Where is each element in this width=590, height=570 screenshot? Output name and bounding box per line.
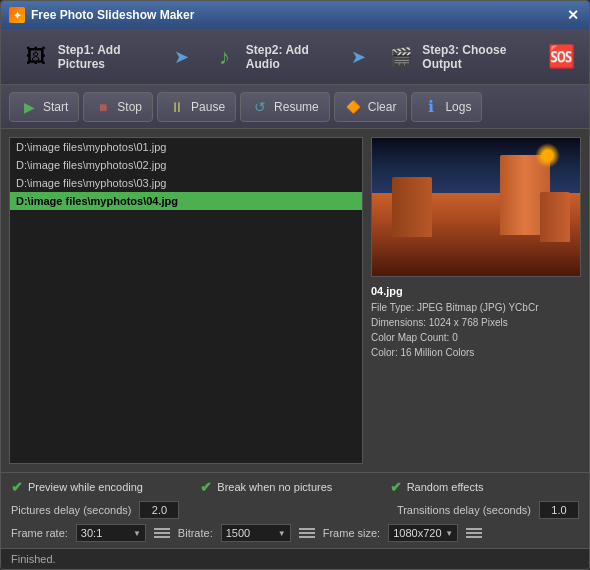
help-icon	[548, 44, 575, 70]
toolbar: Start Stop Pause Resume Clear Logs	[1, 85, 589, 129]
play-icon	[20, 98, 38, 116]
check-mark-2: ✔	[200, 479, 212, 495]
audio-icon	[219, 44, 230, 70]
bitrate-label: Bitrate:	[178, 527, 213, 539]
image-colormap: Color Map Count: 0	[371, 330, 581, 345]
frame-rate-label: Frame rate:	[11, 527, 68, 539]
logs-button[interactable]: Logs	[411, 92, 482, 122]
app-icon: ✦	[9, 7, 25, 23]
file-item[interactable]: D:\image files\myphotos\03.jpg	[10, 174, 362, 192]
mesa2	[540, 192, 570, 242]
start-label: Start	[43, 100, 68, 114]
pictures-delay-label: Pictures delay (seconds)	[11, 504, 131, 516]
status-text: Finished.	[11, 553, 56, 565]
step3-icon	[386, 39, 417, 75]
mesa3	[392, 177, 432, 237]
image-color: Color: 16 Million Colors	[371, 345, 581, 360]
image-filename: 04.jpg	[371, 283, 581, 300]
image-filetype: File Type: JPEG Bitmap (JPG) YCbCr	[371, 300, 581, 315]
frame-size-value: 1080x720	[393, 527, 441, 539]
clear-button[interactable]: Clear	[334, 92, 408, 122]
status-bar: Finished.	[1, 548, 589, 569]
pictures-delay-input[interactable]	[139, 501, 179, 519]
step-arrow-2: ➤	[351, 46, 366, 68]
random-effects-label: Random effects	[407, 481, 484, 493]
transitions-delay-input[interactable]	[539, 501, 579, 519]
resume-icon	[251, 98, 269, 116]
file-list[interactable]: D:\image files\myphotos\01.jpg D:\image …	[9, 137, 363, 464]
main-window: ✦ Free Photo Slideshow Maker ✕ Step1: Ad…	[0, 0, 590, 570]
output-icon	[390, 46, 412, 68]
frame-size-menu-icon[interactable]	[466, 528, 482, 538]
bitrate-value: 1500	[226, 527, 250, 539]
preview-encoding-label: Preview while encoding	[28, 481, 143, 493]
clear-icon	[345, 98, 363, 116]
image-dimensions: Dimensions: 1024 x 768 Pixels	[371, 315, 581, 330]
start-button[interactable]: Start	[9, 92, 79, 122]
frame-size-label: Frame size:	[323, 527, 380, 539]
file-item[interactable]: D:\image files\myphotos\02.jpg	[10, 156, 362, 174]
step-1[interactable]: Step1: Add Pictures	[13, 35, 162, 79]
stop-label: Stop	[117, 100, 142, 114]
step-2[interactable]: Step2: Add Audio	[201, 35, 338, 79]
random-effects-check[interactable]: ✔ Random effects	[390, 479, 579, 495]
frame-rate-menu-icon[interactable]	[154, 528, 170, 538]
steps-bar: Step1: Add Pictures ➤ Step2: Add Audio ➤…	[1, 29, 589, 85]
step1-label: Step1: Add Pictures	[58, 43, 155, 71]
file-item-selected[interactable]: D:\image files\myphotos\04.jpg	[10, 192, 362, 210]
step-arrow-1: ➤	[174, 46, 189, 68]
main-content: D:\image files\myphotos\01.jpg D:\image …	[1, 129, 589, 472]
step1-icon	[21, 39, 52, 75]
dropdown-arrow-3: ▼	[445, 529, 453, 538]
dropdown-arrow-1: ▼	[133, 529, 141, 538]
help-button[interactable]	[546, 39, 577, 75]
frame-size-dropdown[interactable]: 1080x720 ▼	[388, 524, 458, 542]
resume-button[interactable]: Resume	[240, 92, 330, 122]
step-3[interactable]: Step3: Choose Output	[378, 35, 538, 79]
break-no-pictures-check[interactable]: ✔ Break when no pictures	[200, 479, 389, 495]
transitions-delay-label: Transitions delay (seconds)	[397, 504, 531, 516]
bottom-options: ✔ Preview while encoding ✔ Break when no…	[1, 472, 589, 548]
bitrate-menu-icon[interactable]	[299, 528, 315, 538]
pause-icon	[168, 98, 186, 116]
frame-rate-value: 30:1	[81, 527, 102, 539]
pictures-icon	[26, 45, 46, 68]
settings-row-2: Frame rate: 30:1 ▼ Bitrate: 1500 ▼ Frame…	[11, 524, 579, 542]
stop-icon	[94, 98, 112, 116]
window-title: Free Photo Slideshow Maker	[31, 8, 194, 22]
preview-image	[371, 137, 581, 277]
close-button[interactable]: ✕	[565, 7, 581, 23]
check-mark-3: ✔	[390, 479, 402, 495]
checkboxes-row: ✔ Preview while encoding ✔ Break when no…	[11, 479, 579, 495]
info-icon	[422, 98, 440, 116]
step3-label: Step3: Choose Output	[422, 43, 530, 71]
sun-glow	[535, 143, 560, 168]
dropdown-arrow-2: ▼	[278, 529, 286, 538]
pause-button[interactable]: Pause	[157, 92, 236, 122]
step2-icon	[209, 39, 240, 75]
break-no-pictures-label: Break when no pictures	[217, 481, 332, 493]
image-info: 04.jpg File Type: JPEG Bitmap (JPG) YCbC…	[371, 283, 581, 360]
preview-encoding-check[interactable]: ✔ Preview while encoding	[11, 479, 200, 495]
check-mark-1: ✔	[11, 479, 23, 495]
title-bar: ✦ Free Photo Slideshow Maker ✕	[1, 1, 589, 29]
preview-panel: 04.jpg File Type: JPEG Bitmap (JPG) YCbC…	[371, 137, 581, 464]
file-list-panel: D:\image files\myphotos\01.jpg D:\image …	[9, 137, 363, 464]
frame-rate-dropdown[interactable]: 30:1 ▼	[76, 524, 146, 542]
settings-row-1: Pictures delay (seconds) Transitions del…	[11, 501, 579, 519]
step2-label: Step2: Add Audio	[246, 43, 331, 71]
bitrate-dropdown[interactable]: 1500 ▼	[221, 524, 291, 542]
logs-label: Logs	[445, 100, 471, 114]
resume-label: Resume	[274, 100, 319, 114]
file-item[interactable]: D:\image files\myphotos\01.jpg	[10, 138, 362, 156]
clear-label: Clear	[368, 100, 397, 114]
pause-label: Pause	[191, 100, 225, 114]
stop-button[interactable]: Stop	[83, 92, 153, 122]
